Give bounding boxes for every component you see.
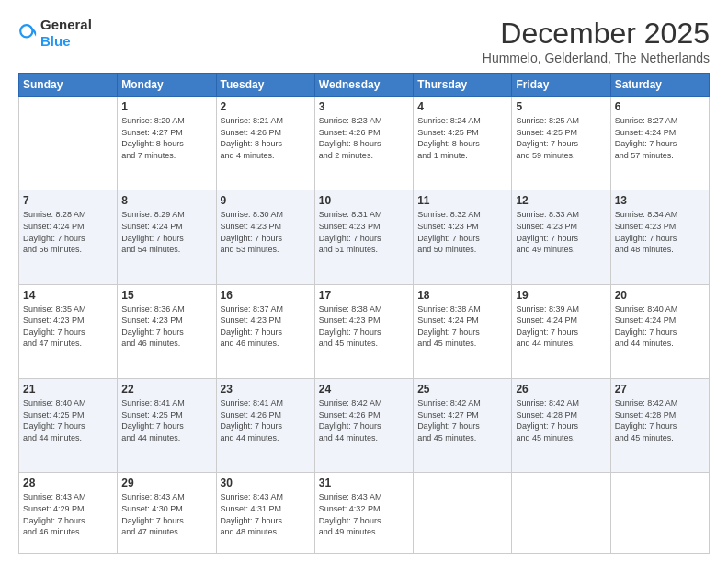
calendar-week-row: 1Sunrise: 8:20 AMSunset: 4:27 PMDaylight… xyxy=(19,97,710,190)
calendar-cell: 27Sunrise: 8:42 AMSunset: 4:28 PMDayligh… xyxy=(610,378,709,472)
calendar-header-saturday: Saturday xyxy=(610,74,709,97)
logo-blue: Blue xyxy=(40,33,71,49)
svg-point-0 xyxy=(20,25,32,37)
cell-text: Sunrise: 8:43 AMSunset: 4:29 PMDaylight:… xyxy=(23,491,113,537)
logo-text: General Blue xyxy=(40,17,92,50)
cell-text: Sunrise: 8:25 AMSunset: 4:25 PMDaylight:… xyxy=(516,115,606,161)
day-number: 11 xyxy=(417,194,507,207)
cell-text: Sunrise: 8:27 AMSunset: 4:24 PMDaylight:… xyxy=(615,115,705,161)
cell-text: Sunrise: 8:21 AMSunset: 4:26 PMDaylight:… xyxy=(221,115,311,161)
cell-text: Sunrise: 8:42 AMSunset: 4:26 PMDaylight:… xyxy=(319,397,409,443)
calendar-cell: 13Sunrise: 8:34 AMSunset: 4:23 PMDayligh… xyxy=(610,190,709,284)
day-number: 29 xyxy=(121,477,211,489)
calendar-week-row: 14Sunrise: 8:35 AMSunset: 4:23 PMDayligh… xyxy=(19,284,710,378)
calendar-week-row: 21Sunrise: 8:40 AMSunset: 4:25 PMDayligh… xyxy=(19,378,710,472)
day-number: 14 xyxy=(23,289,113,302)
day-number: 26 xyxy=(516,383,606,396)
calendar-header-wednesday: Wednesday xyxy=(314,74,413,97)
calendar-cell: 16Sunrise: 8:37 AMSunset: 4:23 PMDayligh… xyxy=(216,284,314,378)
cell-text: Sunrise: 8:42 AMSunset: 4:28 PMDaylight:… xyxy=(516,397,606,443)
cell-text: Sunrise: 8:20 AMSunset: 4:27 PMDaylight:… xyxy=(121,115,211,161)
day-number: 27 xyxy=(615,383,705,396)
cell-text: Sunrise: 8:33 AMSunset: 4:23 PMDaylight:… xyxy=(516,209,606,255)
cell-text: Sunrise: 8:35 AMSunset: 4:23 PMDaylight:… xyxy=(23,304,113,350)
day-number: 4 xyxy=(417,100,507,113)
day-number: 16 xyxy=(221,289,311,302)
calendar-cell: 21Sunrise: 8:40 AMSunset: 4:25 PMDayligh… xyxy=(19,378,118,472)
day-number: 6 xyxy=(615,100,705,113)
header: General Blue December 2025 Hummelo, Geld… xyxy=(18,17,710,65)
logo-icon xyxy=(18,23,39,43)
cell-text: Sunrise: 8:23 AMSunset: 4:26 PMDaylight:… xyxy=(319,115,409,161)
cell-text: Sunrise: 8:43 AMSunset: 4:32 PMDaylight:… xyxy=(319,491,409,537)
calendar-cell xyxy=(414,473,512,554)
calendar-cell: 9Sunrise: 8:30 AMSunset: 4:23 PMDaylight… xyxy=(216,190,314,284)
calendar-cell: 18Sunrise: 8:38 AMSunset: 4:24 PMDayligh… xyxy=(414,284,512,378)
cell-text: Sunrise: 8:41 AMSunset: 4:25 PMDaylight:… xyxy=(121,397,211,443)
calendar-cell: 2Sunrise: 8:21 AMSunset: 4:26 PMDaylight… xyxy=(216,97,314,190)
calendar-cell: 29Sunrise: 8:43 AMSunset: 4:30 PMDayligh… xyxy=(118,473,216,554)
calendar-cell xyxy=(19,97,118,190)
cell-text: Sunrise: 8:40 AMSunset: 4:24 PMDaylight:… xyxy=(615,304,705,350)
calendar-header-tuesday: Tuesday xyxy=(216,74,314,97)
cell-text: Sunrise: 8:43 AMSunset: 4:31 PMDaylight:… xyxy=(221,491,311,537)
day-number: 22 xyxy=(121,383,211,396)
calendar-cell: 12Sunrise: 8:33 AMSunset: 4:23 PMDayligh… xyxy=(512,190,610,284)
day-number: 18 xyxy=(417,289,507,302)
calendar-cell: 8Sunrise: 8:29 AMSunset: 4:24 PMDaylight… xyxy=(118,190,216,284)
calendar: SundayMondayTuesdayWednesdayThursdayFrid… xyxy=(18,73,710,554)
day-number: 24 xyxy=(319,383,409,396)
calendar-header-monday: Monday xyxy=(118,74,216,97)
day-number: 21 xyxy=(23,383,113,396)
cell-text: Sunrise: 8:36 AMSunset: 4:23 PMDaylight:… xyxy=(121,304,211,350)
day-number: 28 xyxy=(23,477,113,489)
day-number: 30 xyxy=(221,477,311,489)
calendar-cell: 26Sunrise: 8:42 AMSunset: 4:28 PMDayligh… xyxy=(512,378,610,472)
calendar-cell: 31Sunrise: 8:43 AMSunset: 4:32 PMDayligh… xyxy=(314,473,413,554)
cell-text: Sunrise: 8:31 AMSunset: 4:23 PMDaylight:… xyxy=(319,209,409,255)
day-number: 1 xyxy=(121,100,211,113)
calendar-cell: 15Sunrise: 8:36 AMSunset: 4:23 PMDayligh… xyxy=(118,284,216,378)
calendar-cell: 4Sunrise: 8:24 AMSunset: 4:25 PMDaylight… xyxy=(414,97,512,190)
page: General Blue December 2025 Hummelo, Geld… xyxy=(0,0,728,563)
cell-text: Sunrise: 8:37 AMSunset: 4:23 PMDaylight:… xyxy=(221,304,311,350)
cell-text: Sunrise: 8:28 AMSunset: 4:24 PMDaylight:… xyxy=(23,209,113,255)
calendar-cell: 14Sunrise: 8:35 AMSunset: 4:23 PMDayligh… xyxy=(19,284,118,378)
day-number: 17 xyxy=(319,289,409,302)
day-number: 9 xyxy=(221,194,311,207)
calendar-cell: 22Sunrise: 8:41 AMSunset: 4:25 PMDayligh… xyxy=(118,378,216,472)
calendar-header-sunday: Sunday xyxy=(19,74,118,97)
day-number: 7 xyxy=(23,194,113,207)
day-number: 8 xyxy=(121,194,211,207)
calendar-cell: 28Sunrise: 8:43 AMSunset: 4:29 PMDayligh… xyxy=(19,473,118,554)
calendar-cell: 10Sunrise: 8:31 AMSunset: 4:23 PMDayligh… xyxy=(314,190,413,284)
day-number: 12 xyxy=(516,194,606,207)
calendar-cell: 6Sunrise: 8:27 AMSunset: 4:24 PMDaylight… xyxy=(610,97,709,190)
logo: General Blue xyxy=(18,17,92,50)
title-block: December 2025 Hummelo, Gelderland, The N… xyxy=(483,17,710,65)
logo-general: General xyxy=(40,17,92,32)
day-number: 23 xyxy=(221,383,311,396)
cell-text: Sunrise: 8:43 AMSunset: 4:30 PMDaylight:… xyxy=(121,491,211,537)
day-number: 10 xyxy=(319,194,409,207)
calendar-cell: 3Sunrise: 8:23 AMSunset: 4:26 PMDaylight… xyxy=(314,97,413,190)
calendar-cell: 20Sunrise: 8:40 AMSunset: 4:24 PMDayligh… xyxy=(610,284,709,378)
day-number: 5 xyxy=(516,100,606,113)
location: Hummelo, Gelderland, The Netherlands xyxy=(483,51,710,65)
calendar-cell: 7Sunrise: 8:28 AMSunset: 4:24 PMDaylight… xyxy=(19,190,118,284)
cell-text: Sunrise: 8:41 AMSunset: 4:26 PMDaylight:… xyxy=(221,397,311,443)
day-number: 19 xyxy=(516,289,606,302)
calendar-cell: 5Sunrise: 8:25 AMSunset: 4:25 PMDaylight… xyxy=(512,97,610,190)
cell-text: Sunrise: 8:32 AMSunset: 4:23 PMDaylight:… xyxy=(417,209,507,255)
calendar-cell: 24Sunrise: 8:42 AMSunset: 4:26 PMDayligh… xyxy=(314,378,413,472)
cell-text: Sunrise: 8:40 AMSunset: 4:25 PMDaylight:… xyxy=(23,397,113,443)
calendar-cell: 23Sunrise: 8:41 AMSunset: 4:26 PMDayligh… xyxy=(216,378,314,472)
day-number: 20 xyxy=(615,289,705,302)
calendar-cell xyxy=(512,473,610,554)
calendar-week-row: 28Sunrise: 8:43 AMSunset: 4:29 PMDayligh… xyxy=(19,473,710,554)
calendar-header-friday: Friday xyxy=(512,74,610,97)
day-number: 25 xyxy=(417,383,507,396)
cell-text: Sunrise: 8:34 AMSunset: 4:23 PMDaylight:… xyxy=(615,209,705,255)
calendar-header-row: SundayMondayTuesdayWednesdayThursdayFrid… xyxy=(19,74,710,97)
cell-text: Sunrise: 8:38 AMSunset: 4:23 PMDaylight:… xyxy=(319,304,409,350)
